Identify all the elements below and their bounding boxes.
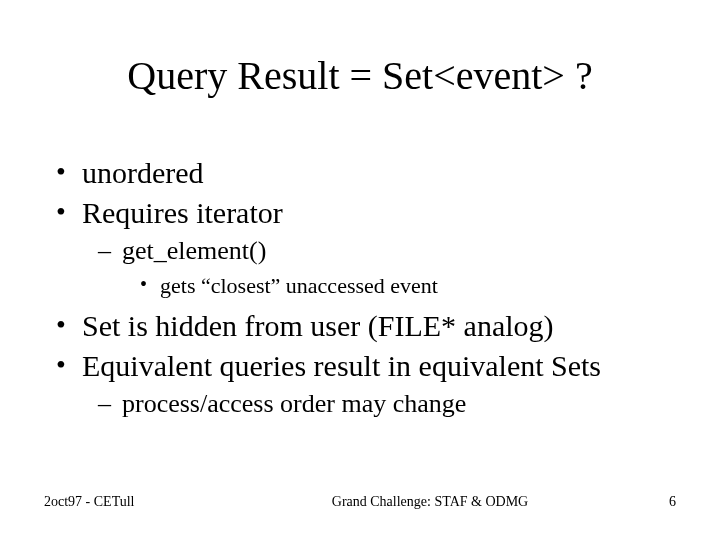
slide-body: unordered Requires iterator get_element(… xyxy=(54,152,680,425)
footer-title: Grand Challenge: STAF & ODMG xyxy=(244,494,616,510)
subbullet-get-element: get_element() xyxy=(54,235,680,268)
footer-page-number: 6 xyxy=(616,494,676,510)
bullet-unordered: unordered xyxy=(54,154,680,192)
slide: Query Result = Set<event> ? unordered Re… xyxy=(0,0,720,540)
footer-date-author: 2oct97 - CETull xyxy=(44,494,244,510)
subsubbullet-gets-closest: gets “closest” unaccessed event xyxy=(54,272,680,300)
slide-footer: 2oct97 - CETull Grand Challenge: STAF & … xyxy=(44,494,676,510)
subbullet-process-order: process/access order may change xyxy=(54,388,680,421)
bullet-equivalent-queries: Equivalent queries result in equivalent … xyxy=(54,347,680,385)
bullet-requires-iterator: Requires iterator xyxy=(54,194,680,232)
bullet-set-hidden: Set is hidden from user (FILE* analog) xyxy=(54,307,680,345)
slide-title: Query Result = Set<event> ? xyxy=(0,52,720,99)
